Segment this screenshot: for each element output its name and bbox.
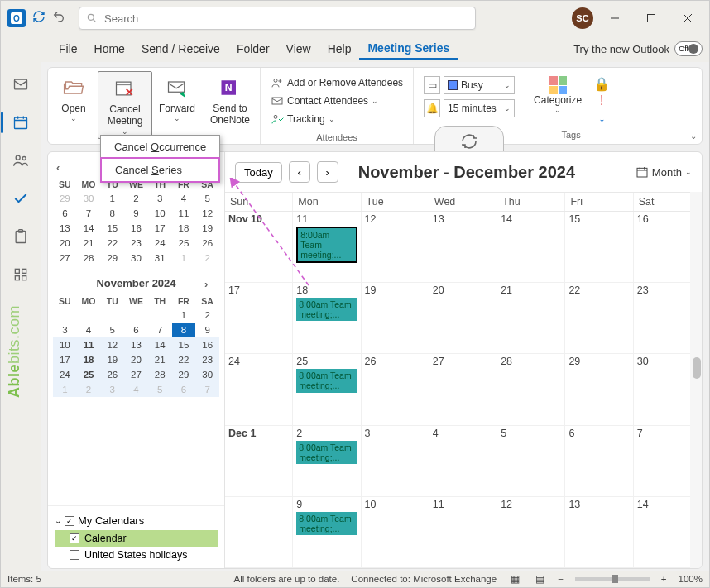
- tracking[interactable]: Tracking⌄: [267, 111, 406, 127]
- calendar-cell[interactable]: 15: [565, 212, 633, 283]
- mini-day[interactable]: 27: [53, 251, 77, 265]
- group-checkbox[interactable]: ✓: [65, 516, 74, 526]
- close-button[interactable]: [673, 6, 703, 31]
- mini-day[interactable]: 2: [195, 251, 219, 265]
- calendar-cell[interactable]: 20: [429, 283, 497, 354]
- calendar-cell[interactable]: 188:00am Team meeting;...: [293, 283, 361, 354]
- zoom-in[interactable]: +: [661, 574, 667, 584]
- add-remove-attendees[interactable]: Add or Remove Attendees: [267, 74, 406, 91]
- rail-mail-icon[interactable]: [12, 75, 30, 93]
- mini-day[interactable]: 2: [77, 382, 101, 397]
- menu-view[interactable]: View: [278, 39, 319, 59]
- calendar-cell[interactable]: 22: [565, 283, 633, 354]
- mini-day[interactable]: 22: [100, 236, 124, 251]
- calendar-cell[interactable]: 5: [497, 426, 565, 497]
- mini-day[interactable]: 17: [148, 221, 172, 236]
- rail-tasks-icon[interactable]: [12, 189, 30, 208]
- calendar-event[interactable]: 8:00am Team meeting;...: [296, 227, 357, 263]
- mini-day[interactable]: 22: [172, 352, 196, 367]
- calendar-cell[interactable]: 14: [497, 212, 565, 283]
- open-button[interactable]: Open⌄: [50, 71, 98, 139]
- calendar-cell[interactable]: 24: [225, 354, 293, 425]
- mini-day[interactable]: 29: [172, 367, 196, 382]
- calendar-cell[interactable]: 118:00am Team meeting;...: [293, 212, 361, 283]
- mini-day[interactable]: 17: [53, 352, 77, 367]
- calendar-cell[interactable]: 4: [429, 426, 497, 497]
- show-as-combo[interactable]: Busy⌄: [444, 76, 515, 94]
- mini-day[interactable]: 13: [53, 221, 77, 236]
- cancel-series-item[interactable]: Cancel Series: [100, 157, 220, 183]
- mini-day[interactable]: 12: [100, 337, 124, 352]
- mini-day[interactable]: 18: [172, 221, 196, 236]
- calendar-cell[interactable]: 13: [429, 212, 497, 283]
- menu-send-receive[interactable]: Send / Receive: [133, 39, 228, 59]
- mini-day[interactable]: 8: [172, 323, 196, 337]
- calendar-cell[interactable]: 28: [497, 354, 565, 425]
- mini-day[interactable]: 3: [148, 191, 172, 206]
- mini-day[interactable]: 3: [53, 323, 77, 337]
- mini-day[interactable]: 12: [195, 206, 219, 221]
- mini-day[interactable]: 10: [148, 206, 172, 221]
- mini-day[interactable]: 18: [77, 352, 101, 367]
- mini-day[interactable]: 16: [195, 337, 219, 352]
- mini-day[interactable]: 30: [77, 191, 101, 206]
- calendar-cell[interactable]: 11: [429, 497, 497, 568]
- calendar-cell[interactable]: 3: [362, 426, 429, 497]
- calendar-event[interactable]: 8:00am Team meeting;...: [296, 441, 357, 464]
- reminder-row[interactable]: 🔔 15 minutes⌄: [420, 98, 518, 119]
- mini-day[interactable]: 20: [53, 236, 77, 251]
- mini-day[interactable]: 23: [195, 352, 219, 367]
- calendar-cell[interactable]: 17: [225, 283, 293, 354]
- ribbon-expand-icon[interactable]: ⌄: [690, 131, 697, 141]
- rail-calendar-icon[interactable]: [12, 113, 30, 131]
- calendar-cell[interactable]: 19: [362, 283, 429, 354]
- try-outlook-toggle[interactable]: Off: [674, 41, 703, 56]
- rail-people-icon[interactable]: [12, 151, 30, 170]
- calendar-cell[interactable]: 26: [362, 354, 429, 425]
- mini-day[interactable]: 16: [124, 221, 148, 236]
- mini-day[interactable]: 27: [124, 367, 148, 382]
- next-period-button[interactable]: ›: [317, 161, 338, 183]
- mini-day[interactable]: 7: [77, 206, 101, 221]
- menu-file[interactable]: File: [50, 39, 86, 59]
- minimize-button[interactable]: [600, 6, 630, 31]
- view-selector[interactable]: Month⌄: [636, 165, 692, 179]
- bell-icon[interactable]: 🔔: [424, 99, 440, 117]
- calendar-cell[interactable]: 21: [497, 283, 565, 354]
- avatar[interactable]: SC: [572, 7, 593, 29]
- show-as-row[interactable]: ▭ Busy⌄: [420, 74, 518, 96]
- search-box[interactable]: [79, 7, 476, 30]
- normal-view-icon[interactable]: ▦: [508, 573, 521, 585]
- calendar-grid[interactable]: Nov 10118:00am Team meeting;...121314151…: [225, 212, 702, 568]
- calendar-cell[interactable]: 12: [362, 212, 429, 283]
- calendar-event[interactable]: 8:00am Team meeting;...: [296, 369, 357, 392]
- mini-day[interactable]: 21: [77, 236, 101, 251]
- mini-day[interactable]: 21: [148, 352, 172, 367]
- mini-day[interactable]: [124, 308, 148, 323]
- menu-meeting-series[interactable]: Meeting Series: [359, 38, 458, 60]
- mini-day[interactable]: 4: [77, 323, 101, 337]
- mini-day[interactable]: 6: [53, 206, 77, 221]
- mini-day[interactable]: 31: [148, 251, 172, 265]
- mini-day[interactable]: 5: [148, 382, 172, 397]
- undo-icon[interactable]: [52, 10, 65, 26]
- mini-day[interactable]: 11: [77, 337, 101, 352]
- mini-day[interactable]: 30: [124, 251, 148, 265]
- reminder-combo[interactable]: 15 minutes⌄: [444, 99, 515, 117]
- mini-day[interactable]: [148, 308, 172, 323]
- mini-day[interactable]: 24: [148, 236, 172, 251]
- mini-day[interactable]: 19: [195, 221, 219, 236]
- mini-day[interactable]: 10: [53, 337, 77, 352]
- mini-day[interactable]: 9: [195, 323, 219, 337]
- mini-day[interactable]: 4: [172, 191, 196, 206]
- mini-day[interactable]: 24: [53, 367, 77, 382]
- mini-day[interactable]: 20: [124, 352, 148, 367]
- mini-day[interactable]: 26: [195, 236, 219, 251]
- holidays-checkbox[interactable]: [70, 550, 79, 560]
- mini-day[interactable]: 2: [124, 191, 148, 206]
- menu-folder[interactable]: Folder: [228, 39, 278, 59]
- mini-day[interactable]: 28: [148, 367, 172, 382]
- menu-help[interactable]: Help: [319, 39, 360, 59]
- mini-day[interactable]: [53, 308, 77, 323]
- mini-day[interactable]: 7: [195, 382, 219, 397]
